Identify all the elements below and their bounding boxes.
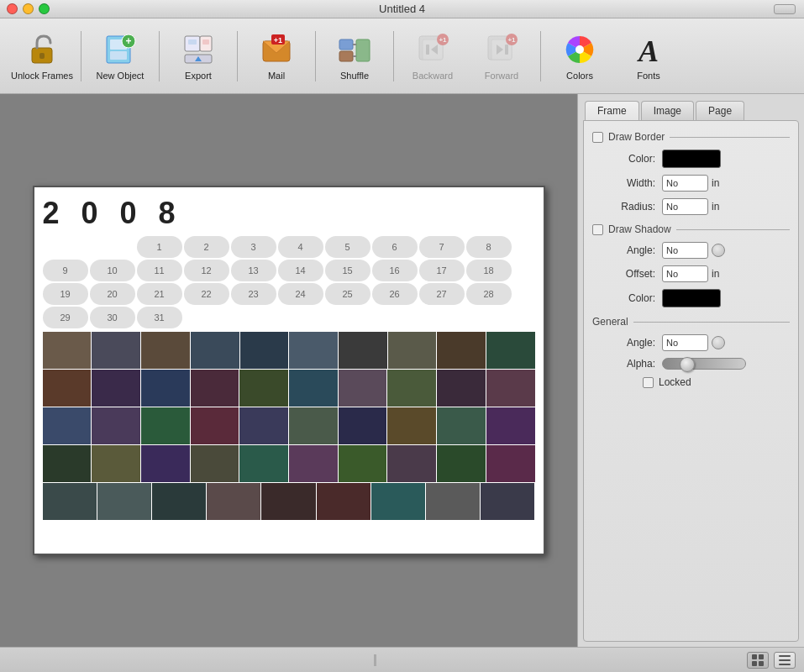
toolbar-unlock-frames[interactable]: Unlock Frames <box>8 24 76 87</box>
photo-2 <box>92 332 140 369</box>
photo-17 <box>339 370 387 407</box>
general-angle-dial[interactable] <box>712 336 725 349</box>
toolbar-forward[interactable]: +1 Forward <box>468 24 535 87</box>
draw-border-line <box>670 137 790 138</box>
locked-checkbox[interactable] <box>643 377 654 388</box>
svg-rect-19 <box>356 39 370 61</box>
cal-day-23: 23 <box>231 283 276 305</box>
close-button[interactable] <box>7 3 18 14</box>
general-header: General <box>592 316 790 328</box>
photo-27 <box>339 407 387 444</box>
border-radius-input[interactable] <box>662 198 708 215</box>
photo-13 <box>141 370 190 407</box>
title-bar-right <box>774 4 796 14</box>
fonts-icon: A <box>631 32 666 67</box>
photo-10 <box>486 332 535 369</box>
shadow-offset-unit: in <box>712 268 719 280</box>
photo-26 <box>289 407 338 444</box>
toolbar-sep-4 <box>315 31 316 81</box>
toolbar-colors[interactable]: Colors <box>546 24 613 87</box>
tab-page[interactable]: Page <box>696 101 744 120</box>
photo-44 <box>207 483 260 520</box>
photo-49 <box>481 483 534 520</box>
draw-border-section: Draw Border Color: Width: in Radius: in <box>592 131 790 215</box>
panel-tabs: Frame Image Page <box>578 94 804 120</box>
shadow-angle-dial[interactable] <box>712 244 725 257</box>
view-grid-icon <box>751 654 765 667</box>
toolbar-fonts[interactable]: A Fonts <box>615 24 682 87</box>
view-grid-button[interactable] <box>747 652 769 669</box>
photo-23 <box>141 407 190 444</box>
cal-day-29: 29 <box>43 307 88 328</box>
shuffle-icon <box>337 32 372 67</box>
cal-day-21: 21 <box>137 283 182 305</box>
maximize-button[interactable] <box>39 3 50 14</box>
cal-day-31: 31 <box>137 307 182 328</box>
photo-3 <box>141 332 190 369</box>
border-color-swatch[interactable] <box>662 150 721 168</box>
shadow-color-swatch[interactable] <box>662 289 721 307</box>
cal-empty <box>43 236 88 258</box>
toolbar-shuffle[interactable]: Shuffle <box>321 24 388 87</box>
tab-frame[interactable]: Frame <box>585 101 639 120</box>
calendar-document[interactable]: 2 0 0 8 1 2 3 4 5 6 7 8 <box>33 186 545 555</box>
draw-shadow-checkbox[interactable] <box>592 224 603 235</box>
toolbar-new-object[interactable]: + New Object <box>87 24 154 87</box>
draw-shadow-label: Draw Shadow <box>608 223 671 235</box>
general-alpha-row: Alpha: <box>592 358 790 370</box>
photo-19 <box>437 370 486 407</box>
photo-row-1 <box>43 332 535 369</box>
photo-grid <box>43 332 535 520</box>
unlock-frames-icon <box>24 32 60 67</box>
cal-day-5: 5 <box>325 236 370 258</box>
border-width-input[interactable] <box>662 175 708 192</box>
view-list-button[interactable] <box>774 652 796 669</box>
canvas-area[interactable]: 2 0 0 8 1 2 3 4 5 6 7 8 <box>0 94 577 647</box>
shadow-offset-input[interactable] <box>662 265 708 282</box>
draw-border-header: Draw Border <box>592 131 790 143</box>
svg-point-33 <box>575 45 584 54</box>
new-object-icon: + <box>102 32 138 67</box>
svg-text:A: A <box>637 34 659 66</box>
toolbar: Unlock Frames + New Object <box>0 18 804 94</box>
shadow-color-label: Color: <box>609 292 655 304</box>
toolbar-backward[interactable]: +1 Backward <box>399 24 466 87</box>
colors-label: Colors <box>566 71 593 81</box>
cal-day-9: 9 <box>43 260 88 281</box>
minimize-button[interactable] <box>23 3 34 14</box>
svg-text:+1: +1 <box>274 36 282 45</box>
window-controls[interactable] <box>7 3 50 14</box>
border-color-row: Color: <box>592 150 790 168</box>
shadow-angle-input[interactable] <box>662 242 708 259</box>
cal-day-26: 26 <box>372 283 418 305</box>
status-bar <box>0 647 804 672</box>
resize-button[interactable] <box>774 4 796 14</box>
draw-shadow-header: Draw Shadow <box>592 223 790 235</box>
shadow-offset-label: Offset: <box>609 268 655 280</box>
calendar-rows: 1 2 3 4 5 6 7 8 9 10 11 12 13 14 <box>43 236 535 328</box>
alpha-slider[interactable] <box>662 358 746 370</box>
locked-row: Locked <box>592 376 790 388</box>
tab-image[interactable]: Image <box>641 101 694 120</box>
general-angle-input[interactable] <box>662 334 708 351</box>
shadow-angle-row: Angle: <box>592 242 790 259</box>
toolbar-sep-6 <box>540 31 541 81</box>
alpha-slider-thumb[interactable] <box>680 357 695 372</box>
draw-border-checkbox[interactable] <box>592 132 603 143</box>
cal-day-18: 18 <box>466 260 512 281</box>
photo-28 <box>387 407 436 444</box>
photo-47 <box>371 483 425 520</box>
photo-31 <box>43 445 92 482</box>
photo-29 <box>437 407 486 444</box>
toolbar-export[interactable]: Export <box>165 24 232 87</box>
cal-day-11: 11 <box>137 260 182 281</box>
cal-empty <box>90 236 135 258</box>
photo-33 <box>141 445 190 482</box>
fonts-label: Fonts <box>637 71 660 81</box>
colors-icon <box>562 32 597 67</box>
svg-rect-18 <box>339 51 353 61</box>
cal-day-24: 24 <box>278 283 323 305</box>
backward-label: Backward <box>413 71 453 81</box>
toolbar-mail[interactable]: +1 Mail <box>243 24 310 87</box>
cal-day-16: 16 <box>372 260 418 281</box>
